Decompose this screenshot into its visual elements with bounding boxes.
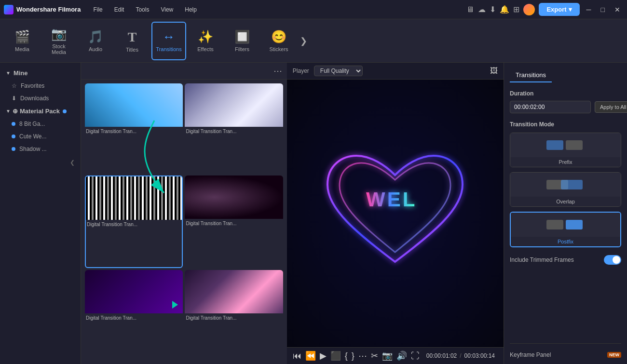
save-cloud-icon[interactable]: ☁	[478, 5, 486, 14]
svg-rect-2	[546, 140, 563, 150]
transition-thumb-3	[86, 176, 182, 220]
menu-view[interactable]: View	[156, 4, 178, 15]
mark-in-button[interactable]: {	[345, 351, 348, 361]
skip-back-button[interactable]: ⏮	[293, 351, 301, 361]
transition-modes: Prefix Overlap	[510, 133, 621, 247]
play-button[interactable]: ▶	[320, 351, 327, 361]
tool-effects[interactable]: ✨ Effects	[188, 22, 223, 60]
tab-transitions[interactable]: Transitions	[510, 68, 552, 82]
overlap-preview	[546, 175, 585, 194]
sidebar-item-shadow[interactable]: Shadow ...	[0, 143, 81, 155]
tool-filters[interactable]: 🔲 Filters	[225, 22, 259, 60]
preview-controls: ⏮ ⏪ ▶ ⬛ { } ⋯ ✂ 📷 🔊 ⛶ 00:00:01:02 / 00:0…	[287, 347, 504, 364]
stop-button[interactable]: ⬛	[330, 351, 341, 361]
time-wrapper: 00:00:01:02 / 00:03:00:14	[426, 352, 495, 359]
mode-overlap[interactable]: Overlap	[510, 172, 621, 207]
transition-card-3[interactable]: Digital Transition Tran...	[85, 175, 183, 268]
fullscreen-button[interactable]: ⛶	[411, 351, 420, 361]
sidebar-item-8bit[interactable]: 8 Bit Ga...	[0, 118, 81, 130]
main-area: ▼ Mine ☆ Favorites ⬇ Downloads ▼ ⊕ Mater…	[0, 63, 627, 364]
duration-row: Apply to All	[510, 101, 621, 113]
include-trimmed-label: Include Trimmed Frames	[510, 256, 574, 263]
8bit-dot	[12, 122, 15, 126]
tool-stock-label: Stock Media	[44, 43, 73, 55]
export-label: Export	[546, 6, 566, 13]
material-expand-icon: ▼	[6, 108, 11, 114]
clip-trim-button[interactable]: ✂	[371, 351, 378, 361]
cute-dot	[12, 135, 15, 138]
apply-to-all-button[interactable]: Apply to All	[595, 101, 627, 113]
download-icon[interactable]: ⬇	[490, 5, 496, 14]
tool-stickers[interactable]: 😊 Stickers	[261, 22, 296, 60]
snapshot-button[interactable]: 📷	[382, 351, 393, 361]
transitions-panel: ⋯ Digital Transition Tran... Digital Tra…	[81, 63, 287, 364]
overlap-thumb	[510, 173, 621, 197]
export-button[interactable]: Export ▾	[539, 3, 579, 16]
tool-media[interactable]: 🎬 Media	[5, 22, 40, 60]
transition-card-6[interactable]: Digital Transition Tran...	[185, 270, 283, 360]
tool-transitions[interactable]: ↔ Transitions	[151, 22, 186, 60]
user-avatar[interactable]	[523, 4, 535, 15]
mode-prefix[interactable]: Prefix	[510, 133, 621, 167]
tool-audio[interactable]: 🎵 Audio	[78, 22, 113, 60]
transition-label-5: Digital Transition Tran...	[85, 313, 183, 323]
tool-titles[interactable]: T Titles	[115, 22, 150, 60]
sidebar-collapse-button[interactable]: ❮	[0, 155, 81, 170]
duration-section-label: Duration	[510, 90, 621, 97]
mine-label: Mine	[14, 69, 28, 77]
sidebar-mine-section[interactable]: ▼ Mine	[0, 67, 81, 80]
sidebar-item-favorites[interactable]: ☆ Favorites	[0, 80, 81, 92]
tool-stickers-label: Stickers	[269, 46, 288, 52]
sidebar-item-downloads[interactable]: ⬇ Downloads	[0, 92, 81, 105]
menu-file[interactable]: File	[88, 4, 107, 15]
more-options-button[interactable]: ⋯	[273, 66, 282, 76]
export-chevron-icon: ▾	[569, 6, 572, 13]
svg-text:WEL: WEL	[366, 188, 417, 211]
quality-select[interactable]: Full Quality Half Quality	[314, 66, 363, 76]
menu-tools[interactable]: Tools	[131, 4, 154, 15]
monitor-icon[interactable]: 🖥	[466, 5, 474, 14]
transition-card-4[interactable]: Digital Transition Tran...	[185, 175, 283, 268]
audio-button[interactable]: 🔊	[396, 351, 407, 361]
transition-label-6: Digital Transition Tran...	[185, 313, 283, 323]
maximize-button[interactable]: □	[598, 5, 608, 14]
prefix-preview	[546, 135, 585, 155]
svg-rect-6	[546, 220, 563, 229]
transition-card-5[interactable]: Digital Transition Tran...	[85, 270, 183, 360]
preview-top-bar: Player Full Quality Half Quality 🖼	[287, 63, 504, 80]
media-icon: 🎬	[14, 29, 30, 44]
minimize-button[interactable]: ─	[584, 5, 594, 14]
menu-edit[interactable]: Edit	[109, 4, 129, 15]
preview-area: Player Full Quality Half Quality 🖼	[287, 63, 504, 364]
transition-card-2[interactable]: Digital Transition Tran...	[185, 83, 283, 174]
transition-card-1[interactable]: Digital Transition Tran...	[85, 83, 183, 174]
apps-icon[interactable]: ⊞	[513, 5, 519, 14]
toggle-dot	[613, 256, 620, 264]
sidebar-item-cute[interactable]: Cute We...	[0, 130, 81, 143]
downloads-icon: ⬇	[12, 95, 16, 102]
filters-icon: 🔲	[234, 29, 250, 44]
close-button[interactable]: ✕	[612, 5, 623, 14]
include-trimmed-toggle[interactable]	[604, 255, 621, 265]
preview-screen: WEL	[287, 80, 504, 347]
screenshot-button[interactable]: 🖼	[490, 67, 498, 75]
sidebar-material-pack[interactable]: ▼ ⊕ Material Pack	[0, 105, 81, 118]
toolbar-more-button[interactable]: ❯	[300, 36, 307, 46]
notification-icon[interactable]: 🔔	[500, 5, 509, 14]
tool-stock-media[interactable]: 📷 Stock Media	[41, 22, 76, 60]
transition-label-3: Digital Transition Tran...	[86, 220, 182, 229]
time-separator: /	[460, 352, 461, 359]
transition-mode-label: Transition Mode	[510, 121, 621, 128]
mark-out-button[interactable]: }	[352, 351, 354, 361]
svg-rect-3	[566, 140, 583, 150]
collapse-icon: ❮	[70, 159, 75, 166]
menu-help[interactable]: Help	[180, 4, 202, 15]
clip-options-button[interactable]: ⋯	[358, 351, 367, 361]
preview-background: WEL	[287, 80, 504, 347]
frame-back-button[interactable]: ⏪	[305, 351, 316, 361]
downloads-label: Downloads	[20, 95, 49, 102]
top-right-controls: 🖥 ☁ ⬇ 🔔 ⊞ Export ▾ ─ □ ✕	[466, 3, 623, 16]
mode-postfix[interactable]: Postfix	[510, 212, 621, 247]
duration-input[interactable]	[510, 101, 591, 113]
keyframe-panel-row: Keyframe Panel NEW	[510, 343, 621, 358]
